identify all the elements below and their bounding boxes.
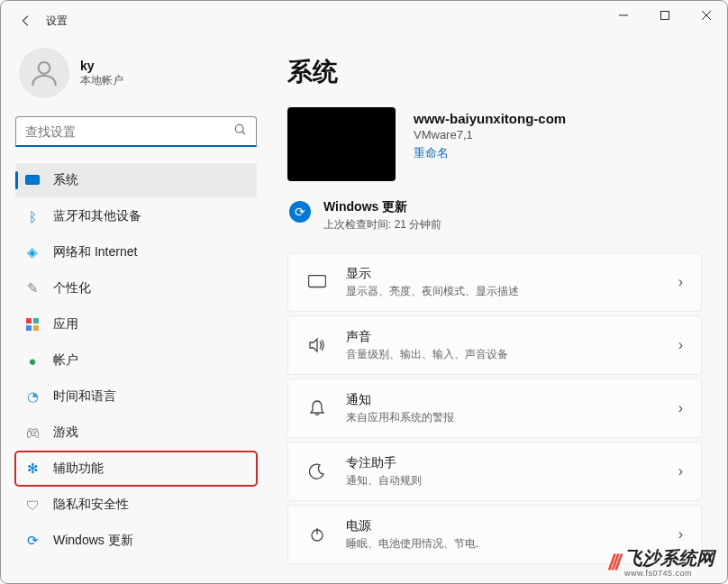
- nav-item-network[interactable]: ◈网络和 Internet: [15, 235, 257, 269]
- nav-item-accessibility[interactable]: ✻辅助功能: [15, 452, 257, 486]
- nav-list: 系统 ᛒ蓝牙和其他设备 ◈网络和 Internet ✎个性化 应用 ●帐户 ◔时…: [15, 163, 257, 558]
- device-name: www-baiyunxitong-com: [414, 111, 566, 126]
- svg-point-5: [235, 124, 243, 132]
- clock-icon: ◔: [24, 388, 41, 405]
- shield-icon: 🛡︎: [24, 497, 41, 513]
- settings-list: 显示显示器、亮度、夜间模式、显示描述 › 声音音量级别、输出、输入、声音设备 ›…: [287, 252, 702, 564]
- avatar: [19, 48, 69, 98]
- minimize-icon: [619, 11, 628, 20]
- nav-item-personalization[interactable]: ✎个性化: [15, 271, 257, 306]
- minimize-button[interactable]: [603, 1, 644, 30]
- setting-focus[interactable]: 专注助手通知、自动规则 ›: [287, 442, 702, 501]
- chevron-right-icon: ›: [678, 400, 683, 416]
- page-title: 系统: [287, 55, 702, 89]
- update-sub: 上次检查时间: 21 分钟前: [323, 217, 441, 233]
- nav-label: 网络和 Internet: [53, 244, 137, 260]
- svg-rect-11: [33, 325, 39, 331]
- nav-label: 蓝牙和其他设备: [53, 208, 141, 224]
- nav-item-system[interactable]: 系统: [15, 163, 257, 197]
- bell-icon: [306, 399, 328, 417]
- close-button[interactable]: [686, 1, 727, 30]
- accessibility-icon: ✻: [24, 461, 41, 477]
- svg-rect-8: [26, 318, 32, 324]
- moon-icon: [306, 463, 328, 479]
- system-icon: [24, 172, 41, 188]
- nav-label: 辅助功能: [53, 461, 104, 477]
- nav-label: 隐私和安全性: [53, 497, 129, 513]
- sound-icon: [306, 337, 328, 353]
- chevron-right-icon: ›: [678, 526, 683, 543]
- card-title: 专注助手: [346, 455, 660, 471]
- maximize-icon: [660, 11, 669, 20]
- chevron-right-icon: ›: [678, 274, 683, 290]
- svg-rect-10: [26, 325, 32, 331]
- device-row: www-baiyunxitong-com VMware7,1 重命名: [287, 107, 702, 181]
- setting-sound[interactable]: 声音音量级别、输出、输入、声音设备 ›: [287, 315, 702, 375]
- window-controls: [603, 1, 727, 30]
- chevron-right-icon: ›: [678, 337, 683, 353]
- svg-point-4: [39, 62, 50, 74]
- update-title: Windows 更新: [323, 199, 441, 215]
- nav-label: 个性化: [53, 280, 91, 297]
- account-name: ky: [80, 59, 123, 73]
- svg-rect-1: [661, 12, 669, 20]
- nav-item-update[interactable]: ⟳Windows 更新: [15, 524, 257, 558]
- card-title: 声音: [346, 329, 660, 345]
- nav-item-apps[interactable]: 应用: [15, 307, 257, 342]
- watermark: /// 飞沙系统网 www.fs0745.com: [609, 546, 714, 578]
- card-title: 通知: [346, 392, 660, 408]
- card-title: 电源: [346, 518, 660, 534]
- apps-icon: [24, 316, 41, 333]
- card-title: 显示: [346, 266, 660, 282]
- update-icon: ⟳: [24, 533, 41, 549]
- nav-label: 帐户: [53, 352, 78, 369]
- svg-rect-12: [309, 276, 326, 287]
- svg-line-6: [242, 132, 245, 134]
- maximize-button[interactable]: [644, 1, 686, 30]
- sidebar: ky 本地帐户 系统 ᛒ蓝牙和其他设备 ◈网络和 Internet ✎个性化 应…: [1, 41, 271, 583]
- svg-rect-7: [26, 176, 40, 185]
- gamepad-icon: 🎮︎: [24, 424, 41, 441]
- account-type: 本地帐户: [80, 73, 123, 88]
- watermark-logo: ///: [607, 550, 622, 575]
- bluetooth-icon: ᛒ: [24, 208, 41, 224]
- window-title: 设置: [46, 14, 68, 29]
- account-block[interactable]: ky 本地帐户: [15, 48, 257, 98]
- search-icon: [234, 123, 247, 140]
- device-thumbnail[interactable]: [287, 107, 396, 181]
- nav-label: 时间和语言: [53, 388, 116, 405]
- power-icon: [306, 526, 328, 543]
- svg-rect-9: [33, 318, 39, 324]
- search-input[interactable]: [25, 124, 234, 139]
- search-input-wrapper[interactable]: [15, 116, 257, 147]
- chevron-right-icon: ›: [678, 463, 683, 479]
- close-icon: [702, 11, 711, 20]
- back-button[interactable]: [12, 6, 41, 35]
- nav-label: 游戏: [53, 424, 78, 441]
- nav-item-privacy[interactable]: 🛡︎隐私和安全性: [15, 488, 257, 522]
- wifi-icon: ◈: [24, 244, 41, 260]
- main-panel: 系统 www-baiyunxitong-com VMware7,1 重命名 ⟳ …: [271, 41, 727, 583]
- nav-label: 系统: [53, 172, 78, 188]
- nav-item-gaming[interactable]: 🎮︎游戏: [15, 415, 257, 450]
- nav-label: Windows 更新: [53, 533, 133, 549]
- display-icon: [306, 275, 328, 289]
- card-sub: 显示器、亮度、夜间模式、显示描述: [346, 284, 660, 299]
- titlebar: 设置: [1, 1, 727, 41]
- card-sub: 来自应用和系统的警报: [346, 410, 660, 425]
- nav-item-accounts[interactable]: ●帐户: [15, 343, 257, 378]
- watermark-text: 飞沙系统网: [624, 546, 714, 570]
- rename-link[interactable]: 重命名: [414, 145, 566, 161]
- device-model: VMware7,1: [414, 128, 566, 141]
- person-icon: [29, 58, 59, 88]
- card-sub: 音量级别、输出、输入、声音设备: [346, 347, 660, 362]
- setting-display[interactable]: 显示显示器、亮度、夜间模式、显示描述 ›: [287, 252, 702, 312]
- nav-label: 应用: [53, 316, 78, 333]
- nav-item-time[interactable]: ◔时间和语言: [15, 379, 257, 414]
- nav-item-bluetooth[interactable]: ᛒ蓝牙和其他设备: [15, 199, 257, 233]
- arrow-left-icon: [20, 14, 32, 27]
- brush-icon: ✎: [24, 280, 41, 297]
- setting-notifications[interactable]: 通知来自应用和系统的警报 ›: [287, 379, 702, 438]
- card-sub: 通知、自动规则: [346, 473, 660, 488]
- update-row[interactable]: ⟳ Windows 更新 上次检查时间: 21 分钟前: [287, 199, 702, 233]
